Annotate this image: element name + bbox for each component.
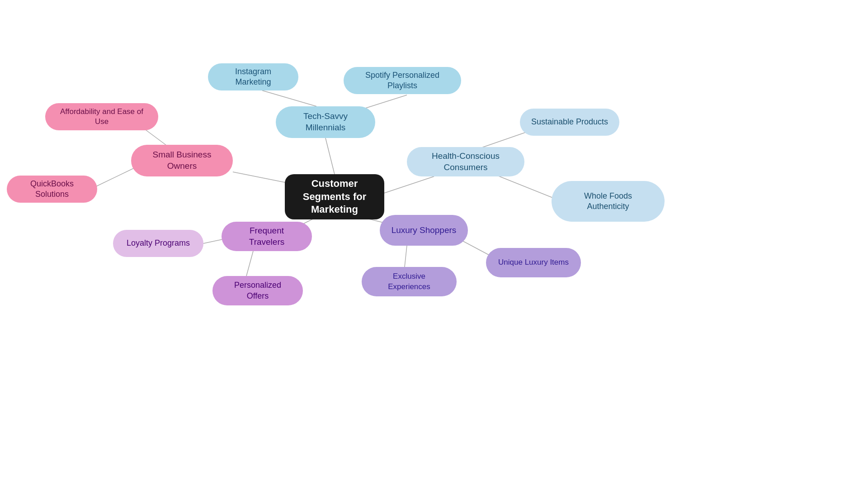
instagram-node[interactable]: Instagram Marketing: [208, 63, 298, 90]
spotify-node[interactable]: Spotify Personalized Playlists: [344, 67, 461, 94]
luxury-node[interactable]: Luxury Shoppers: [380, 215, 468, 246]
loyalty-node[interactable]: Loyalty Programs: [113, 230, 203, 257]
svg-line-13: [405, 246, 407, 267]
unique-node[interactable]: Unique Luxury Items: [486, 248, 581, 277]
exclusive-node[interactable]: Exclusive Experiences: [362, 267, 457, 296]
center-node[interactable]: Customer Segments for Marketing: [285, 174, 384, 219]
personalized-node[interactable]: Personalized Offers: [212, 276, 303, 305]
svg-line-1: [262, 90, 316, 106]
svg-line-3: [380, 176, 434, 195]
sustainable-node[interactable]: Sustainable Products: [520, 109, 619, 136]
svg-line-8: [90, 165, 140, 189]
affordability-node[interactable]: Affordability and Ease of Use: [45, 103, 158, 130]
svg-line-0: [326, 138, 335, 174]
health-node[interactable]: Health-Conscious Consumers: [407, 147, 524, 176]
svg-line-6: [233, 172, 289, 183]
tech-savvy-node[interactable]: Tech-Savvy Millennials: [276, 106, 375, 138]
smallbiz-node[interactable]: Small Business Owners: [131, 145, 233, 176]
travelers-node[interactable]: Frequent Travelers: [222, 222, 312, 251]
svg-line-11: [246, 251, 253, 276]
quickbooks-node[interactable]: QuickBooks Solutions: [7, 176, 97, 203]
wholefoods-node[interactable]: Whole Foods Authenticity: [552, 181, 665, 222]
